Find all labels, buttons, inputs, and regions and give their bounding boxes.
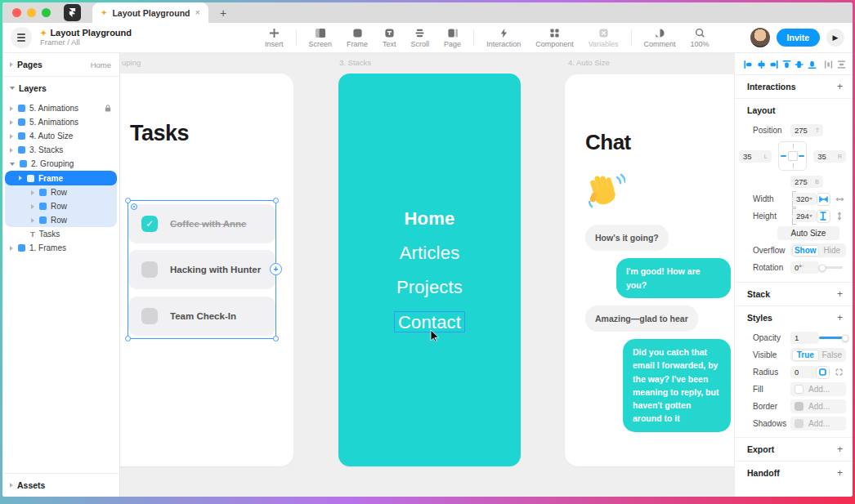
menu-item-projects[interactable]: Projects xyxy=(396,277,463,298)
layer-row-tasks-text[interactable]: T Tasks xyxy=(2,227,119,241)
layer-row-auto-size[interactable]: 4. Auto Size xyxy=(2,129,119,143)
component-tool[interactable]: Component xyxy=(528,28,581,48)
chevron-right-icon[interactable] xyxy=(31,218,34,223)
screen-tool[interactable]: Screen xyxy=(302,28,340,48)
chevron-right-icon[interactable] xyxy=(10,134,13,139)
slider-knob[interactable] xyxy=(819,264,826,271)
opacity-slider[interactable] xyxy=(819,337,843,339)
position-top-input[interactable]: 275 T xyxy=(790,124,823,136)
minimize-window-button[interactable] xyxy=(27,8,36,17)
chevron-down-icon[interactable] xyxy=(10,87,15,90)
stacks-design-frame[interactable]: Home Articles Projects Contact xyxy=(338,74,521,466)
layer-row-frame-selected[interactable]: Frame xyxy=(5,171,117,185)
pages-section-header[interactable]: Pages Home xyxy=(2,53,119,76)
new-tab-button[interactable]: + xyxy=(220,7,226,19)
align-right-icon[interactable] xyxy=(769,60,778,69)
menu-item-articles[interactable]: Articles xyxy=(400,243,460,264)
checkbox-unchecked[interactable] xyxy=(141,308,158,324)
shadows-add-control[interactable]: Add... xyxy=(790,417,846,430)
tab-layout-playground[interactable]: ✦ Layout Playground × xyxy=(92,2,208,23)
assets-section-header[interactable]: Assets xyxy=(2,474,119,497)
frame-label-stacks[interactable]: 3. Stacks xyxy=(339,58,371,67)
export-section-header[interactable]: Export + xyxy=(735,438,853,461)
slider-knob[interactable] xyxy=(842,334,849,341)
position-left-input[interactable]: 35 L xyxy=(739,150,772,163)
user-avatar[interactable] xyxy=(750,28,770,47)
chat-frame-title[interactable]: Chat xyxy=(585,130,631,155)
chevron-right-icon[interactable] xyxy=(10,483,13,488)
invite-button[interactable]: Invite xyxy=(777,29,820,47)
align-bottom-icon[interactable] xyxy=(808,60,817,69)
position-bottom-input[interactable]: 275 B xyxy=(790,176,823,188)
chat-bubble-left[interactable]: How's it going? xyxy=(585,225,669,251)
visible-false-option[interactable]: False xyxy=(819,350,845,361)
chat-bubble-left[interactable]: Amazing—glad to hear xyxy=(585,306,698,332)
layer-row-row2[interactable]: Row xyxy=(5,199,117,213)
add-handoff-button[interactable]: + xyxy=(837,467,843,479)
constraints-widget[interactable] xyxy=(778,141,808,171)
zoom-level[interactable]: 100% xyxy=(683,28,717,48)
layers-section-header[interactable]: Layers xyxy=(2,77,119,100)
border-add-control[interactable]: Add... xyxy=(790,399,846,413)
chevron-right-icon[interactable] xyxy=(10,120,13,125)
add-interaction-button[interactable]: + xyxy=(837,81,843,92)
layer-row-animations-locked[interactable]: 5. Animations xyxy=(2,101,119,115)
align-left-icon[interactable] xyxy=(744,60,753,69)
stack-section-header[interactable]: Stack + xyxy=(735,283,853,306)
chevron-right-icon[interactable] xyxy=(10,62,13,67)
chevron-down-icon[interactable] xyxy=(10,163,15,166)
preview-play-button[interactable]: ▶ xyxy=(826,29,844,47)
menu-item-home[interactable]: Home xyxy=(405,208,455,230)
layer-row-frames[interactable]: 1. Frames xyxy=(2,241,119,255)
close-tab-icon[interactable]: × xyxy=(195,8,199,17)
layer-row-animations[interactable]: 5. Animations xyxy=(2,115,119,129)
menu-item-contact-selected[interactable]: Contact xyxy=(394,311,465,332)
visible-true-option[interactable]: True xyxy=(792,350,820,361)
add-export-button[interactable]: + xyxy=(837,444,843,455)
chevron-right-icon[interactable] xyxy=(10,246,13,251)
distribute-horizontal-icon[interactable] xyxy=(824,60,833,69)
layer-row-row3[interactable]: Row xyxy=(5,213,117,227)
layer-row-stacks[interactable]: 3. Stacks xyxy=(2,143,119,157)
task-row-team[interactable]: Team Check-In xyxy=(128,297,275,336)
frame-label-grouping[interactable]: uping xyxy=(122,58,141,67)
current-page-label[interactable]: Home xyxy=(91,60,111,69)
canvas[interactable]: uping 3. Stacks 4. Auto Size Tasks ✓ Cof… xyxy=(119,53,734,497)
main-menu-button[interactable] xyxy=(11,27,32,48)
layer-row-row1[interactable]: Row xyxy=(5,185,117,199)
chat-bubble-right[interactable]: Did you catch that email I forwarded, by… xyxy=(623,339,731,432)
handoff-section-header[interactable]: Handoff + xyxy=(735,462,853,484)
align-top-icon[interactable] xyxy=(782,60,791,69)
opacity-input[interactable]: 1 xyxy=(790,332,819,344)
fill-swatch[interactable] xyxy=(795,385,804,394)
document-title-block[interactable]: ✦ Layout Playground Framer / All xyxy=(40,28,132,47)
fixed-height-button[interactable] xyxy=(817,210,830,223)
border-swatch[interactable] xyxy=(795,402,804,411)
maximize-window-button[interactable] xyxy=(42,8,51,17)
task-row-coffee[interactable]: ✓ Coffee with Anne xyxy=(128,204,275,243)
align-center-vertical-icon[interactable] xyxy=(795,60,804,69)
interaction-tool[interactable]: Interaction xyxy=(479,28,528,48)
fill-add-control[interactable]: Add... xyxy=(790,382,846,396)
chevron-right-icon[interactable] xyxy=(10,148,13,153)
relative-height-button[interactable] xyxy=(833,210,847,223)
rotation-slider[interactable] xyxy=(819,266,843,269)
radius-input[interactable]: 0 xyxy=(790,366,816,378)
position-right-input[interactable]: 35 R xyxy=(813,150,846,163)
text-tool[interactable]: Text xyxy=(375,28,404,48)
framer-app-tab[interactable] xyxy=(64,4,81,21)
overflow-hide-option[interactable]: Hide xyxy=(819,245,845,256)
scroll-tool[interactable]: Scroll xyxy=(404,28,437,48)
chat-design-frame[interactable]: Chat How's it going? xyxy=(565,74,734,466)
breadcrumb[interactable]: Framer / All xyxy=(40,38,132,47)
shadows-swatch[interactable] xyxy=(795,419,804,428)
relative-width-button[interactable] xyxy=(833,193,847,206)
frame-label-auto-size[interactable]: 4. Auto Size xyxy=(568,58,610,67)
comment-tool[interactable]: Comment xyxy=(637,28,683,48)
tasks-frame-title[interactable]: Tasks xyxy=(130,121,189,146)
distribute-vertical-icon[interactable] xyxy=(837,60,846,69)
insert-tool[interactable]: Insert xyxy=(257,28,291,48)
interactions-section-header[interactable]: Interactions + xyxy=(735,75,853,98)
checkbox-unchecked[interactable] xyxy=(141,261,158,278)
uniform-radius-button[interactable] xyxy=(816,366,830,379)
